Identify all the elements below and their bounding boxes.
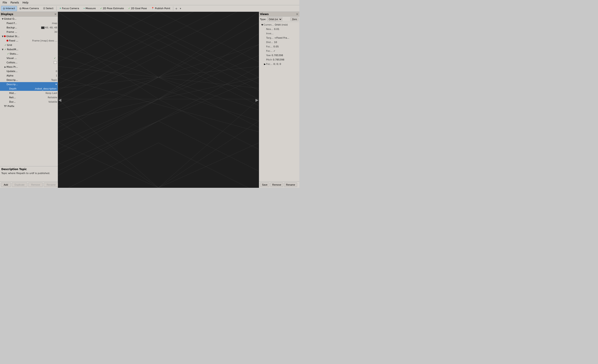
- menu-help[interactable]: Help: [21, 1, 30, 5]
- views-row-current[interactable]: ▼ Curren... Orbit (rviz): [259, 23, 299, 27]
- views-panel-header: Views ✕: [259, 12, 299, 16]
- views-row-invert[interactable]: Inve...: [259, 31, 299, 36]
- svg-line-20: [58, 12, 237, 99]
- views-bottom-buttons: Save Remove Rename: [259, 181, 299, 188]
- tree-row-collision[interactable]: Collisio...: [0, 60, 58, 65]
- views-row-near-clip[interactable]: Nea... 0.01: [259, 27, 299, 31]
- tree-row-depth[interactable]: Depth /robot_description: [0, 87, 58, 91]
- toolbar-goal-pose-btn[interactable]: ✓ 2D Goal Pose: [126, 6, 149, 11]
- displays-tree[interactable]: ▼ Global O... Fixed F... map Backgr... 4…: [0, 16, 58, 166]
- views-row-pitch[interactable]: Pitch 0.785398: [259, 57, 299, 62]
- rename-button[interactable]: Rename: [44, 183, 58, 187]
- tree-row-global-status[interactable]: ▼ Global St...: [0, 34, 58, 38]
- svg-line-21: [58, 56, 259, 121]
- tree-row-fixed-frame-err[interactable]: Fixed ... Frame [map] does ...: [0, 38, 58, 43]
- measure-label: Measure: [86, 7, 96, 10]
- value-distance: 10: [274, 41, 277, 44]
- label-visual: Visual ...: [7, 57, 53, 60]
- toolbar-focus-camera-btn[interactable]: ✦ Focus Camera: [58, 6, 81, 11]
- tree-row-robot-model[interactable]: ▼ ✓ RobotM...: [0, 47, 58, 51]
- toolbar-interact-btn[interactable]: ⊙ Interact: [1, 6, 17, 11]
- viewport[interactable]: ◀ ▶: [58, 12, 259, 188]
- value-foc2: ✓: [273, 49, 275, 52]
- label-global-options: Global O...: [4, 17, 56, 20]
- svg-line-4: [58, 34, 158, 84]
- toolbar-move-camera-btn[interactable]: ◎ Move Camera: [17, 6, 41, 11]
- tree-row-visual-enabled[interactable]: Visual ... ✓: [0, 56, 58, 60]
- views-row-foc-point[interactable]: ▶ Foc... 0; 0; 0: [259, 62, 299, 66]
- svg-line-38: [58, 66, 259, 88]
- toolbar-measure-btn[interactable]: ═ Measure: [82, 6, 98, 11]
- tree-row-global-options[interactable]: ▼ Global O...: [0, 16, 58, 21]
- views-row-foc2[interactable]: Foc... ✓: [259, 49, 299, 53]
- toolbar-select-btn[interactable]: ☑ Select: [41, 6, 56, 11]
- tree-row-desc-topic-selected[interactable]: Descrip... ▾: [0, 82, 58, 87]
- views-save-btn[interactable]: Save: [260, 183, 269, 187]
- views-rename-btn[interactable]: Rename: [284, 183, 297, 187]
- displays-panel-header: Displays ✕: [0, 12, 58, 16]
- tree-row-mass-props[interactable]: ▶ Mass Pr...: [0, 65, 58, 69]
- toolbar: ⊙ Interact ◎ Move Camera ☑ Select ✦ Focu…: [0, 5, 299, 12]
- toolbar-add-btn[interactable]: +: [174, 7, 179, 10]
- expand-robot-model[interactable]: ▼: [1, 48, 4, 51]
- toolbar-more-btn[interactable]: ▾: [179, 7, 182, 10]
- remove-button[interactable]: Remove: [28, 183, 43, 187]
- menu-panels[interactable]: Panels: [9, 1, 21, 5]
- tree-row-alpha[interactable]: Alpha 1: [0, 73, 58, 78]
- viewport-arrow-left[interactable]: ◀: [58, 97, 61, 102]
- tree-row-fixed-frame[interactable]: Fixed F... map: [0, 21, 58, 25]
- check-grid: ✓: [4, 44, 7, 47]
- expand-foc-point[interactable]: ▶: [264, 63, 266, 65]
- views-row-yaw[interactable]: Yaw 0.785398: [259, 53, 299, 57]
- pose-icon: ✓: [100, 7, 102, 10]
- toolbar-publish-point-btn[interactable]: 📍 Publish Point: [149, 6, 172, 11]
- add-button[interactable]: Add: [1, 183, 11, 187]
- label-fixed-err: Fixed ...: [9, 39, 32, 42]
- tree-row-background[interactable]: Backgr... 48; 48; 48: [0, 25, 58, 30]
- tree-row-desc-topic-label[interactable]: Descrip... Topic: [0, 78, 58, 82]
- background-color-swatch[interactable]: [41, 26, 45, 29]
- svg-line-8: [58, 77, 158, 128]
- displays-bottom-buttons: Add Duplicate Remove Rename: [0, 181, 58, 188]
- views-remove-btn[interactable]: Remove: [270, 183, 283, 187]
- toolbar-pose-estimate-btn[interactable]: ✓ 2D Pose Estimate: [98, 6, 126, 11]
- expand-global-status[interactable]: ▼: [1, 35, 4, 38]
- description-title: Description Topic: [1, 168, 56, 171]
- expand-current[interactable]: ▼: [261, 24, 264, 26]
- value-yaw: 0.785398: [272, 54, 283, 57]
- views-row-target-frame[interactable]: Targ... <Fixed Fra...: [259, 36, 299, 40]
- views-row-distance[interactable]: Dist... 10: [259, 40, 299, 44]
- value-depth: /robot_description: [34, 87, 57, 90]
- tree-row-tf-prefix[interactable]: TF Prefix: [0, 104, 58, 108]
- tree-row-duration[interactable]: Dur... Volatile: [0, 100, 58, 104]
- views-type-select[interactable]: Orbit (rvi: [267, 17, 282, 21]
- menu-file[interactable]: File: [1, 1, 9, 5]
- viewport-arrow-right[interactable]: ▶: [255, 97, 258, 102]
- label-desc-selected: Descrip...: [7, 83, 55, 86]
- views-zero-btn[interactable]: Zero: [290, 17, 299, 21]
- duplicate-button[interactable]: Duplicate: [12, 183, 27, 187]
- tree-row-reliability[interactable]: Reli... Reliable: [0, 95, 58, 100]
- label-fixed-frame: Fixed F...: [7, 22, 51, 25]
- toolbar-separator-2: [173, 6, 173, 11]
- views-row-foc1[interactable]: Foc... 0.05: [259, 44, 299, 49]
- select-icon: ☑: [43, 7, 45, 10]
- svg-line-42: [58, 66, 259, 176]
- desc-dropdown-btn[interactable]: ▾: [56, 83, 57, 86]
- tree-row-history[interactable]: Hist... Keep Last: [0, 91, 58, 95]
- expand-global-options[interactable]: ▼: [1, 18, 4, 20]
- tree-row-status[interactable]: ✓ Statu...: [0, 51, 58, 56]
- svg-line-17: [124, 12, 259, 77]
- tree-row-frame-rate[interactable]: Frame ... 30: [0, 30, 58, 34]
- value-target-frame: <Fixed Fra...: [274, 36, 289, 39]
- views-close-btn[interactable]: ✕: [296, 13, 299, 16]
- label-pitch: Pitch: [266, 58, 272, 61]
- expand-mass-props[interactable]: ▶: [4, 66, 7, 68]
- views-panel: Views ✕ Type: Orbit (rvi Zero ▼ Curren..…: [259, 12, 299, 188]
- displays-close-btn[interactable]: ✕: [54, 13, 57, 16]
- tree-row-update-interval[interactable]: Update... 0: [0, 69, 58, 73]
- description-box: Description Topic Topic where filepath t…: [0, 166, 58, 181]
- depth-value-cell: /robot_description: [34, 87, 57, 90]
- checkbox-collision[interactable]: [54, 61, 57, 64]
- tree-row-grid[interactable]: ✓ Grid: [0, 43, 58, 47]
